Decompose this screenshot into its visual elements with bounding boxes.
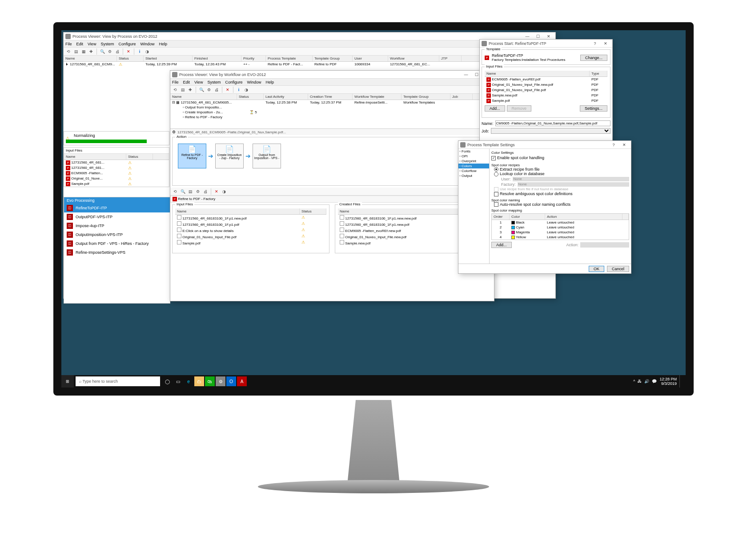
minimize-button[interactable]: — xyxy=(461,72,471,78)
flow-step[interactable]: 📄Refine to PDF - Factory xyxy=(178,144,206,168)
cancel-button[interactable]: Cancel xyxy=(607,266,629,272)
menu-item[interactable]: Help xyxy=(265,80,274,84)
tool-btn[interactable]: ✕ xyxy=(213,188,220,195)
tool-info[interactable]: i xyxy=(236,87,242,93)
tool-btn[interactable]: ◑ xyxy=(221,188,227,195)
tool-btn[interactable]: ◑ xyxy=(243,87,249,93)
menu-edit[interactable]: Edit xyxy=(76,42,84,46)
tool-btn[interactable]: ▤ xyxy=(187,188,193,195)
menu-file[interactable]: File xyxy=(65,42,72,46)
input-file-row[interactable]: 12731560_4R_681... xyxy=(64,160,169,165)
tool-btn[interactable]: 🖨 xyxy=(114,48,120,55)
add-color-button[interactable]: Add... xyxy=(491,242,512,248)
adobe-icon[interactable]: A xyxy=(237,376,247,386)
flow-step[interactable]: 📄Output from Imposition - VPS - xyxy=(253,144,281,168)
outlook-icon[interactable]: O xyxy=(226,376,236,386)
tool-btn[interactable]: ✚ xyxy=(88,48,94,55)
file-row[interactable]: Original_01_Nuxeo_Input_File.pdfPDF xyxy=(485,88,607,93)
file-row[interactable]: E:Click on a step to show details xyxy=(175,227,326,233)
tool-btn[interactable]: ▤ xyxy=(180,87,186,93)
menu-window[interactable]: Window xyxy=(140,42,154,46)
settings-tree-item[interactable]: ▫ Fonts xyxy=(458,149,489,154)
tool-btn[interactable]: 🖨 xyxy=(202,188,209,195)
tree-item[interactable]: ▫ Refine to PDF - Factory xyxy=(181,115,494,120)
lookup-radio[interactable] xyxy=(494,172,498,176)
cortana-icon[interactable]: ◯ xyxy=(162,376,172,386)
file-row[interactable]: 12731560_4R_68183100_1F.p1.new.pdf xyxy=(175,215,326,221)
tree-item[interactable]: ▫ Create Imposition - 2u...⏳ 5 xyxy=(181,110,494,115)
menu-item[interactable]: File xyxy=(172,80,179,84)
tool-btn[interactable]: ▤ xyxy=(73,48,79,55)
notif-icon[interactable]: 💬 xyxy=(652,379,657,384)
menu-item[interactable]: System xyxy=(207,80,221,84)
file-row[interactable]: 12731560_4R_68183100_1F.p1.pdf xyxy=(175,221,326,227)
maximize-button[interactable]: ☐ xyxy=(533,33,543,40)
network-icon[interactable]: 🖧 xyxy=(638,379,642,384)
color-map-row[interactable]: 1 BlackLeave untouched xyxy=(492,220,629,225)
enable-checkbox[interactable] xyxy=(491,156,496,160)
extract-radio[interactable] xyxy=(494,167,498,172)
explorer-icon[interactable]: 🗀 xyxy=(194,376,204,386)
tree-item[interactable]: ▫ Output from Impositio... xyxy=(181,105,494,110)
input-file-row[interactable]: ECM9005 -Flatten... xyxy=(64,171,169,176)
settings-button[interactable]: Settings... xyxy=(580,105,607,112)
tool-btn[interactable]: ✕ xyxy=(225,87,231,93)
flow-step[interactable]: 📄Create Imposition - 2up - Factory xyxy=(215,144,244,168)
settings-tree-item[interactable]: ▫ OPI xyxy=(458,154,489,159)
taskview-icon[interactable]: ▭ xyxy=(173,376,183,386)
file-row[interactable]: Sample.pdfPDF xyxy=(485,98,607,104)
settings-tree-item[interactable]: ▫ Colorflow xyxy=(458,168,489,173)
color-map-row[interactable]: 3 MagentaLeave untouched xyxy=(492,230,629,235)
input-file-row[interactable]: Sample.pdf xyxy=(64,181,169,187)
close-button[interactable]: ✕ xyxy=(544,33,554,40)
show-desktop[interactable] xyxy=(679,375,682,388)
tool-btn[interactable]: ▦ xyxy=(80,48,87,55)
tool-btn[interactable]: 🖨 xyxy=(213,87,220,93)
name-input[interactable] xyxy=(495,120,610,126)
menu-item[interactable]: Window xyxy=(247,80,261,84)
evo-item[interactable]: ◫OutputPDF-VPS-ITP xyxy=(64,212,170,221)
tool-info[interactable]: i xyxy=(137,48,143,55)
menu-item[interactable]: Configure xyxy=(225,80,242,84)
tool-btn[interactable]: ◑ xyxy=(144,48,150,55)
evo-item[interactable]: ◫Output from PDF - VPS - HiRes - Factory xyxy=(64,239,170,248)
menu-item[interactable]: Edit xyxy=(183,80,190,84)
app-icon[interactable]: ⚙ xyxy=(216,376,225,386)
start-button[interactable]: ⊞ xyxy=(61,375,74,388)
menu-help[interactable]: Help xyxy=(159,42,167,46)
tool-btn[interactable]: ⚙ xyxy=(195,188,201,195)
menu-view[interactable]: View xyxy=(88,42,96,46)
tool-btn[interactable]: ⚙ xyxy=(107,48,113,55)
sound-icon[interactable]: 🔊 xyxy=(644,379,649,384)
color-map-row[interactable]: 2 CyanLeave untouched xyxy=(492,225,629,230)
menu-configure[interactable]: Configure xyxy=(118,42,136,46)
file-row[interactable]: Sample.pdf xyxy=(175,240,326,246)
help-button[interactable]: ? xyxy=(590,40,600,47)
menu-system[interactable]: System xyxy=(100,42,114,46)
add-button[interactable]: Add... xyxy=(485,105,505,112)
tool-btn[interactable]: ⟲ xyxy=(172,188,178,195)
tool-btn[interactable]: ⟲ xyxy=(65,48,72,55)
tool-btn[interactable]: 🔍 xyxy=(99,48,105,55)
close-button[interactable]: ✕ xyxy=(619,142,629,148)
evo-item[interactable]: ◫Refine-ImposeSettings-VPS xyxy=(64,248,170,257)
tool-btn[interactable]: 🔍 xyxy=(180,188,186,195)
job-select[interactable] xyxy=(491,128,610,134)
clock-time[interactable]: 12:28 PM xyxy=(659,377,677,381)
file-row[interactable]: ECM9005 -Flatten_evoREf.pdfPDF xyxy=(485,77,607,82)
settings-tree-item[interactable]: ▫ Overprint xyxy=(458,159,489,164)
titlebar-workflow[interactable]: Process Viewer: View by Workflow on EVO-… xyxy=(170,71,494,79)
titlebar-settings[interactable]: Process Template Settings ? ✕ xyxy=(458,141,631,149)
tool-btn[interactable]: ⟲ xyxy=(172,87,178,93)
titlebar-start[interactable]: Process Start: RefineToPDF-ITP ? ✕ xyxy=(480,40,612,48)
resolve-checkbox[interactable] xyxy=(494,192,498,196)
auto-checkbox[interactable] xyxy=(494,202,498,207)
settings-tree-item[interactable]: ▫ Colors xyxy=(458,164,489,168)
tool-btn[interactable]: 🔍 xyxy=(198,87,205,93)
file-row[interactable]: Original_01_Nuxeo_Input_File.pdf xyxy=(175,233,326,240)
evo-item[interactable]: ◫RefineToPDF-ITP xyxy=(64,204,170,212)
tool-btn[interactable]: ⚙ xyxy=(206,87,212,93)
menu-item[interactable]: View xyxy=(194,80,203,84)
minimize-button[interactable]: — xyxy=(522,33,532,40)
tool-btn[interactable]: ✕ xyxy=(125,48,132,55)
